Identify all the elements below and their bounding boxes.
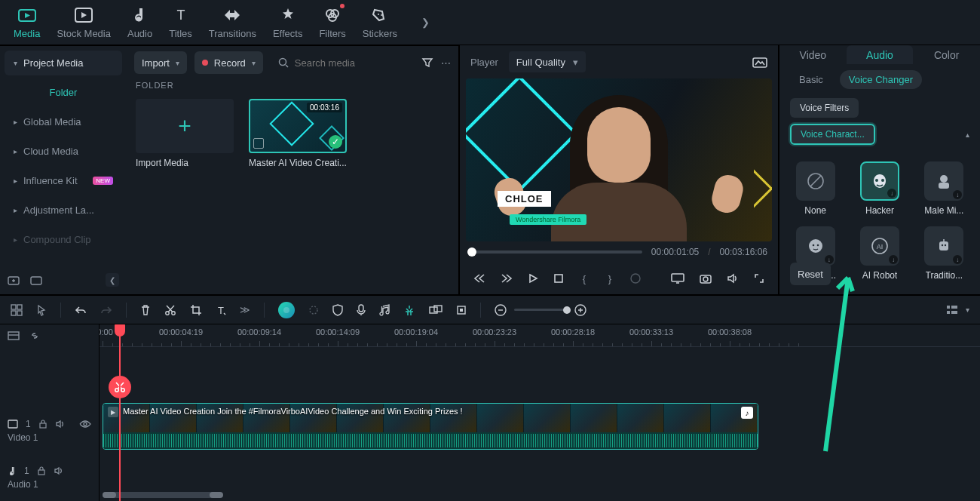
display-icon[interactable]: [671, 272, 684, 285]
snapshot-icon[interactable]: [752, 56, 767, 68]
time-ruler[interactable]: 00:0000:00:04:1900:00:09:1400:00:14:0900…: [100, 324, 980, 347]
audio-track-header[interactable]: 1 Audio 1: [0, 454, 99, 501]
collapse-sidebar-button[interactable]: ❮: [106, 273, 119, 287]
voice-traditional[interactable]: ↓ Traditio...: [919, 226, 969, 281]
zoom-knob[interactable]: [563, 306, 571, 314]
undo-icon[interactable]: [75, 305, 87, 315]
sidebar-item-influence[interactable]: ▸Influence KitNEW: [5, 168, 122, 193]
mute-icon[interactable]: [630, 272, 641, 285]
cut-icon[interactable]: [164, 304, 176, 316]
lock-icon[interactable]: [38, 420, 47, 429]
folder-tab[interactable]: Folder: [5, 80, 122, 105]
text-icon[interactable]: T: [216, 305, 226, 315]
video-clip[interactable]: ▶ Master AI Video Creation Join the #Fil…: [103, 403, 758, 450]
timeline-body[interactable]: 00:0000:00:04:1900:00:09:1400:00:14:0900…: [100, 324, 980, 501]
voice-male[interactable]: ↓ Male Mi...: [919, 161, 969, 216]
sidebar-item-compound[interactable]: ▸Compound Clip: [5, 227, 122, 252]
link-icon[interactable]: [29, 330, 41, 341]
quality-select[interactable]: Full Quality▾: [509, 51, 586, 72]
nav-transitions[interactable]: Transitions: [209, 5, 256, 39]
folder-icon[interactable]: [30, 275, 42, 285]
more-icon[interactable]: ⋯: [441, 57, 451, 69]
zoom-out-icon[interactable]: [495, 304, 507, 316]
svg-rect-50: [951, 311, 957, 314]
tab-audio[interactable]: Audio: [847, 45, 914, 64]
marker-icon[interactable]: [456, 305, 467, 315]
pointer-icon[interactable]: [36, 304, 47, 316]
import-button[interactable]: Import▾: [134, 51, 187, 74]
next-frame-icon[interactable]: [501, 272, 513, 285]
project-media-button[interactable]: ▾Project Media: [5, 51, 122, 75]
ai-button[interactable]: [278, 302, 295, 318]
svg-rect-42: [434, 306, 442, 312]
chip-voice-characters[interactable]: Voice Charact...: [790, 124, 875, 145]
track-view-caret-icon[interactable]: ▾: [966, 306, 969, 314]
nav-audio[interactable]: Audio: [127, 5, 152, 39]
import-plus-icon[interactable]: +: [136, 99, 234, 153]
scrub-track[interactable]: [470, 250, 642, 254]
record-button[interactable]: Record▾: [194, 51, 263, 74]
chip-voice-filters[interactable]: Voice Filters: [790, 98, 859, 118]
crop-icon[interactable]: [190, 304, 202, 316]
clip-thumbnail[interactable]: 00:03:16 ✓: [249, 99, 347, 153]
volume-icon[interactable]: [727, 272, 739, 285]
nav-stock-media[interactable]: Stock Media: [57, 5, 111, 39]
sparkle-icon[interactable]: [308, 305, 319, 315]
reset-button[interactable]: Reset: [790, 263, 831, 285]
scrub-knob[interactable]: [467, 247, 476, 257]
shield-icon[interactable]: [332, 304, 343, 316]
video-track-header[interactable]: 1 Video 1: [0, 407, 99, 454]
prev-frame-icon[interactable]: [473, 272, 485, 285]
nav-scroll-right[interactable]: ❯: [417, 8, 433, 38]
nav-stickers[interactable]: Stickers: [363, 5, 397, 39]
tab-video[interactable]: Video: [779, 45, 847, 64]
clip-tile[interactable]: 00:03:16 ✓ Master AI Video Creati...: [249, 99, 347, 168]
zoom-slider[interactable]: [514, 309, 567, 311]
track-view-icon[interactable]: [946, 305, 958, 315]
play-icon[interactable]: [528, 272, 538, 285]
mark-in-icon[interactable]: {: [579, 272, 590, 285]
svg-rect-49: [951, 306, 957, 309]
playhead[interactable]: [119, 324, 121, 501]
subtab-voice-changer[interactable]: Voice Changer: [840, 70, 922, 89]
filter-icon[interactable]: [421, 57, 433, 68]
camera-icon[interactable]: [700, 272, 712, 285]
import-media-tile[interactable]: + Import Media: [136, 99, 234, 168]
svg-point-8: [381, 14, 382, 16]
fullscreen-icon[interactable]: [754, 272, 764, 285]
music-icon[interactable]: [379, 304, 390, 316]
layout-icon[interactable]: [11, 304, 23, 316]
more-tools-icon[interactable]: ≫: [240, 304, 250, 315]
sidebar-item-global[interactable]: ▸Global Media: [5, 109, 122, 134]
eye-icon[interactable]: [79, 420, 91, 429]
sidebar-item-adjustment[interactable]: ▸Adjustment La...: [5, 198, 122, 223]
redo-icon[interactable]: [100, 305, 112, 315]
zoom-in-icon[interactable]: [574, 304, 586, 316]
nav-titles[interactable]: T Titles: [169, 5, 192, 39]
voice-ai-robot[interactable]: AI↓ AI Robot: [854, 226, 905, 281]
tab-color[interactable]: Color: [913, 45, 980, 64]
nav-effects[interactable]: Effects: [273, 5, 303, 39]
search-input[interactable]: [271, 51, 414, 74]
new-folder-icon[interactable]: [8, 275, 20, 285]
magnet-icon[interactable]: [403, 304, 415, 316]
subtab-basic[interactable]: Basic: [790, 70, 832, 89]
section-caret-icon[interactable]: ▴: [966, 131, 969, 139]
player-viewport[interactable]: CHLOE Wondershare Filmora: [466, 78, 772, 241]
nav-media[interactable]: Media: [14, 5, 40, 39]
stop-icon[interactable]: [553, 272, 564, 285]
delete-icon[interactable]: [140, 304, 151, 316]
voice-hacker[interactable]: ↓ Hacker: [854, 161, 905, 216]
timeline-settings-icon[interactable]: [8, 330, 20, 341]
sidebar-item-cloud[interactable]: ▸Cloud Media: [5, 139, 122, 164]
speaker-icon[interactable]: [55, 420, 66, 429]
voice-none[interactable]: None: [790, 161, 841, 216]
stock-media-icon: [74, 5, 93, 25]
lock-icon[interactable]: [37, 466, 46, 475]
overlap-icon[interactable]: [429, 305, 443, 315]
nav-filters[interactable]: Filters: [319, 5, 345, 39]
top-nav: Media Stock Media Audio T Titles Transit…: [0, 0, 980, 45]
mic-icon[interactable]: [357, 304, 366, 316]
speaker-icon[interactable]: [54, 466, 64, 475]
mark-out-icon[interactable]: }: [605, 272, 615, 285]
